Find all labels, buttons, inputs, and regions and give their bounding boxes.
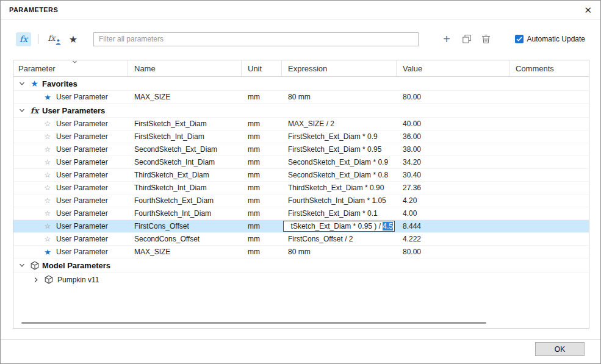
group-row-user-parameters[interactable]: fxUser Parameters — [13, 104, 589, 118]
name-cell[interactable]: ThirdSketch_Int_Diam — [128, 182, 242, 194]
comment-cell[interactable] — [509, 207, 589, 219]
unit-cell[interactable]: mm — [242, 156, 282, 168]
name-cell[interactable]: FourthSketch_Int_Diam — [128, 207, 242, 219]
name-cell[interactable]: ThirdSketch_Ext_Diam — [128, 169, 242, 181]
scrollbar-thumb[interactable] — [21, 322, 486, 324]
unit-cell[interactable]: mm — [242, 194, 282, 207]
name-cell[interactable]: SecondCons_Offset — [128, 233, 242, 245]
comment-cell[interactable] — [509, 169, 589, 181]
table-row[interactable]: ☆User ParameterFirstSketch_Ext_DiammmMAX… — [13, 118, 589, 130]
fx-filter-toggle[interactable]: fx — [16, 32, 31, 46]
name-cell[interactable]: SecondSketch_Int_Diam — [128, 156, 242, 168]
table-row[interactable]: ☆User ParameterSecondSketch_Int_DiammmSe… — [13, 156, 589, 169]
ok-button[interactable]: OK — [535, 342, 585, 356]
copy-icon[interactable] — [462, 34, 472, 44]
comment-cell[interactable] — [509, 246, 589, 258]
expression-cell[interactable]: 80 mm — [282, 246, 397, 258]
favorite-star-icon[interactable]: ☆ — [43, 158, 52, 166]
automatic-update-checkbox[interactable]: Automatic Update — [515, 35, 585, 43]
unit-cell[interactable]: mm — [242, 246, 282, 258]
unit-cell[interactable]: mm — [242, 130, 282, 143]
favorite-star-icon[interactable]: ☆ — [43, 235, 52, 243]
unit-cell[interactable]: mm — [242, 220, 282, 232]
table-row[interactable]: ☆User ParameterFirstSketch_Int_DiammmFir… — [13, 130, 589, 143]
favorite-star-icon[interactable]: ☆ — [43, 222, 52, 230]
favorite-star-icon[interactable]: ★ — [43, 93, 52, 102]
trash-icon[interactable] — [481, 34, 491, 44]
comment-cell[interactable] — [509, 118, 589, 130]
column-header-comments[interactable]: Comments — [509, 60, 589, 76]
comment-cell[interactable] — [509, 233, 589, 245]
checkbox-icon[interactable] — [515, 35, 524, 43]
comment-cell[interactable] — [509, 91, 589, 103]
table-row[interactable]: ☆User ParameterThirdSketch_Int_DiammmThi… — [13, 182, 589, 194]
table-row[interactable]: ☆User ParameterFourthSketch_Ext_DiammmFo… — [13, 194, 589, 207]
add-parameter-icon[interactable]: + — [441, 32, 452, 46]
unit-cell[interactable]: mm — [242, 91, 282, 103]
column-header-expression[interactable]: Expression — [282, 60, 397, 76]
table-row[interactable]: ☆User ParameterThirdSketch_Ext_DiammmSec… — [13, 169, 589, 182]
model-row[interactable]: Pumpkin v11 — [13, 273, 589, 287]
expression-cell[interactable]: tSketch_Ext_Diam * 0.95 ) / 4.5 — [282, 220, 397, 232]
column-header-unit[interactable]: Unit — [242, 60, 282, 76]
chevron-down-icon[interactable] — [18, 80, 26, 87]
comment-cell[interactable] — [509, 182, 589, 194]
favorite-star-icon[interactable]: ☆ — [43, 196, 52, 205]
name-cell[interactable]: MAX_SIZE — [128, 91, 242, 103]
chevron-right-icon[interactable] — [32, 277, 40, 283]
expression-cell[interactable]: FirstSketch_Ext_Diam * 0.95 — [282, 143, 397, 155]
column-header-parameter[interactable]: Parameter — [13, 60, 128, 76]
name-cell[interactable]: SecondSketch_Ext_Diam — [128, 143, 242, 155]
favorite-star-icon[interactable]: ☆ — [43, 120, 52, 128]
favorite-star-icon[interactable]: ☆ — [43, 132, 52, 141]
table-row[interactable]: ★User ParameterMAX_SIZEmm80 mm80.00 — [13, 91, 589, 104]
horizontal-scrollbar[interactable] — [21, 321, 581, 325]
column-header-value[interactable]: Value — [397, 60, 509, 76]
expression-input[interactable]: tSketch_Ext_Diam * 0.95 ) / 4.5 — [283, 221, 395, 232]
favorite-star-icon[interactable]: ★ — [43, 248, 52, 257]
column-header-name[interactable]: Name — [128, 60, 242, 76]
table-row[interactable]: ☆User ParameterSecondCons_OffsetmmFirstC… — [13, 233, 589, 246]
unit-cell[interactable]: mm — [242, 207, 282, 219]
comment-cell[interactable] — [509, 143, 589, 155]
favorite-star-icon[interactable]: ☆ — [43, 145, 52, 154]
table-row[interactable]: ☆User ParameterSecondSketch_Ext_DiammmFi… — [13, 143, 589, 156]
comment-cell[interactable] — [509, 130, 589, 143]
user-parameter-fx-icon[interactable]: fx — [45, 32, 62, 46]
unit-cell[interactable]: mm — [242, 143, 282, 155]
table-row[interactable]: ★User ParameterMAX_SIZEmm80 mm80.00 — [13, 246, 589, 259]
expression-cell[interactable]: MAX_SIZE / 2 — [282, 118, 397, 130]
name-cell[interactable]: FirstSketch_Int_Diam — [128, 130, 242, 143]
unit-cell[interactable]: mm — [242, 169, 282, 181]
favorite-star-icon[interactable]: ☆ — [43, 184, 52, 192]
expression-cell[interactable]: 80 mm — [282, 91, 397, 103]
favorite-star-icon[interactable]: ☆ — [43, 171, 52, 179]
unit-cell[interactable]: mm — [242, 182, 282, 194]
favorite-star-icon[interactable]: ☆ — [43, 209, 52, 218]
expression-cell[interactable]: SecondSketch_Ext_Diam * 0.8 — [282, 169, 397, 181]
expression-cell[interactable]: FourthSketch_Int_Diam * 1.05 — [282, 194, 397, 207]
comment-cell[interactable] — [509, 194, 589, 207]
name-cell[interactable]: FirstCons_Offset — [128, 220, 242, 232]
name-cell[interactable]: FourthSketch_Ext_Diam — [128, 194, 242, 207]
expression-cell[interactable]: FirstCons_Offset / 2 — [282, 233, 397, 245]
group-row-favorites[interactable]: ★Favorites — [13, 77, 589, 91]
expression-cell[interactable]: FirstSketch_Ext_Diam * 0.9 — [282, 130, 397, 143]
filter-input[interactable] — [93, 32, 419, 46]
chevron-down-icon[interactable] — [18, 262, 26, 268]
unit-cell[interactable]: mm — [242, 233, 282, 245]
name-cell[interactable]: FirstSketch_Ext_Diam — [128, 118, 242, 130]
expression-cell[interactable]: ThirdSketch_Ext_Diam * 0.90 — [282, 182, 397, 194]
comment-cell[interactable] — [509, 220, 589, 232]
expression-cell[interactable]: SecondSketch_Ext_Diam * 0.9 — [282, 156, 397, 168]
favorites-star-icon[interactable]: ★ — [67, 32, 80, 46]
comment-cell[interactable] — [509, 156, 589, 168]
table-row[interactable]: ☆User ParameterFirstCons_OffsetmmtSketch… — [13, 220, 589, 233]
name-cell[interactable]: MAX_SIZE — [128, 246, 242, 258]
expression-cell[interactable]: FirstSketch_Ext_Diam * 0.1 — [282, 207, 397, 219]
unit-cell[interactable]: mm — [242, 118, 282, 130]
chevron-down-icon[interactable] — [18, 107, 26, 113]
close-icon[interactable]: ✕ — [584, 5, 592, 15]
table-row[interactable]: ☆User ParameterFourthSketch_Int_DiammmFi… — [13, 207, 589, 220]
group-row-model-parameters[interactable]: Model Parameters — [13, 259, 589, 273]
